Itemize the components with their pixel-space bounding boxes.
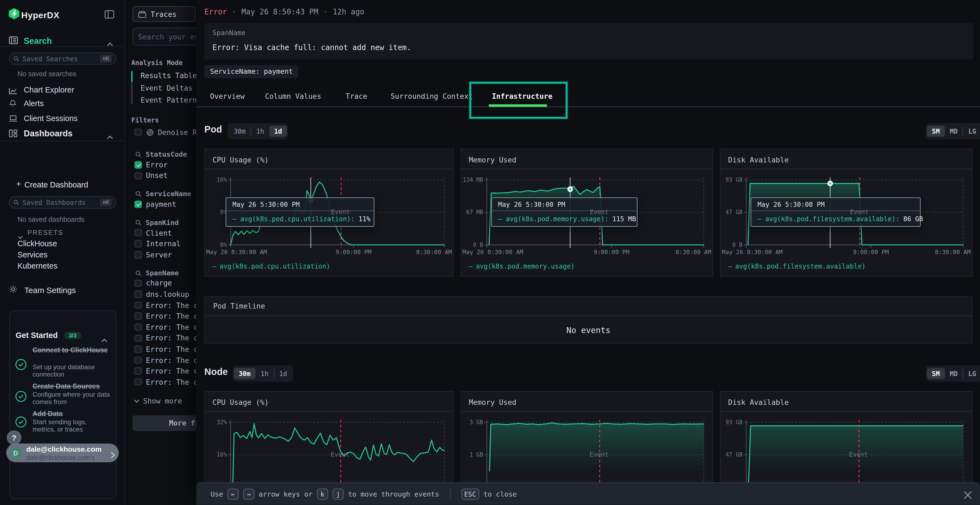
- chevron-up-icon[interactable]: [107, 130, 113, 142]
- tab-trace[interactable]: Trace: [346, 92, 367, 100]
- search-icon: [135, 219, 142, 226]
- esc-key[interactable]: ESC: [461, 488, 479, 500]
- pod-section-title: Pod: [204, 124, 222, 134]
- checkbox-checked[interactable]: [134, 201, 142, 208]
- pod-range-1d[interactable]: 1d: [269, 125, 287, 137]
- separator: ·: [232, 8, 237, 16]
- checkbox[interactable]: [134, 346, 142, 353]
- k-key[interactable]: k: [317, 488, 328, 500]
- analysis-mode-results-table[interactable]: Results Table: [141, 71, 197, 80]
- checkbox[interactable]: [134, 335, 142, 342]
- checkbox[interactable]: [134, 251, 142, 258]
- sidebar-item-client-sessions[interactable]: Client Sessions: [24, 114, 78, 123]
- filter-option-label: Internal: [146, 240, 180, 248]
- node-range-1d[interactable]: 1d: [274, 368, 292, 379]
- checkbox[interactable]: [134, 229, 142, 236]
- chart-legend: —avg(k8s.pod.memory.usage): [469, 262, 575, 270]
- sidebar: HyperDX Search Saved Searches ⌘K No save…: [0, 0, 125, 505]
- presets-section-label[interactable]: PRESETS: [27, 229, 64, 236]
- pod-size-sm[interactable]: SM: [927, 125, 945, 137]
- collapse-sidebar-icon[interactable]: [104, 10, 115, 21]
- pod-range-30m[interactable]: 30m: [229, 125, 250, 137]
- checkbox[interactable]: [134, 313, 142, 320]
- analysis-mode-event-deltas[interactable]: Event Deltas: [141, 84, 193, 92]
- j-key[interactable]: j: [332, 488, 344, 500]
- user-account-chip[interactable]: D dale@clickhouse.com dale@clickhouse.co…: [6, 443, 119, 462]
- filter-option-label: Error: [146, 160, 167, 169]
- chart-title: Disk Available: [728, 398, 789, 407]
- close-icon[interactable]: [964, 490, 972, 502]
- divider: [450, 488, 450, 500]
- client-sessions-icon: [9, 114, 18, 125]
- checkbox[interactable]: [134, 291, 142, 298]
- node-size-sm[interactable]: SM: [927, 368, 945, 379]
- checkbox[interactable]: [134, 302, 142, 308]
- denoise-checkbox[interactable]: [134, 129, 142, 135]
- get-started-step-desc: Start sending logs, metrics, or traces: [32, 418, 111, 433]
- tab-overview[interactable]: Overview: [210, 92, 245, 100]
- node-range-1h[interactable]: 1h: [256, 368, 274, 379]
- svg-text:32%: 32%: [217, 419, 227, 426]
- event-timestamp: May 26 8:50:43 PM: [242, 8, 318, 16]
- chart-legend: —avg(k8s.pod.cpu.utilization): [213, 262, 330, 270]
- sidebar-item-team-settings[interactable]: Team Settings: [24, 286, 76, 295]
- get-started-card: Get Started 3/3 Connect to ClickHouse Se…: [9, 310, 116, 499]
- node-size-lg[interactable]: LG: [963, 368, 980, 379]
- check-circle-icon: [15, 416, 27, 430]
- pod-timeline-title: Pod Timeline: [213, 302, 265, 310]
- svg-text:47 GB: 47 GB: [725, 209, 742, 216]
- checkbox[interactable]: [134, 324, 142, 330]
- node-section-title: Node: [204, 366, 228, 376]
- span-name-card: SpanName Error: Visa cache full: cannot …: [204, 23, 973, 59]
- service-name-tag[interactable]: ServiceName: payment: [204, 65, 298, 78]
- node-range-30m[interactable]: 30m: [234, 368, 256, 379]
- pod-size-lg[interactable]: LG: [963, 125, 980, 137]
- tooltip-time: May 26 5:30:00 PM: [226, 198, 374, 211]
- svg-text:1 GB: 1 GB: [469, 451, 483, 458]
- chevron-up-icon[interactable]: [107, 38, 113, 49]
- check-circle-icon: [15, 359, 27, 373]
- sidebar-item-chart-explorer[interactable]: Chart Explorer: [24, 86, 74, 94]
- source-select-value: Traces: [151, 10, 177, 19]
- event-header: Error · May 26 8:50:43 PM · 12h ago: [204, 8, 364, 16]
- analysis-mode-event-patterns[interactable]: Event Patterns: [141, 95, 202, 104]
- sidebar-item-search[interactable]: Search: [24, 36, 52, 45]
- help-button[interactable]: ?: [7, 430, 21, 445]
- checkbox[interactable]: [134, 378, 142, 386]
- pod-size-md[interactable]: MD: [945, 125, 963, 137]
- saved-searches-input[interactable]: Saved Searches ⌘K: [9, 52, 116, 65]
- node-size-md[interactable]: MD: [945, 368, 963, 379]
- arrow-left-key[interactable]: ←: [227, 488, 239, 500]
- preset-kubernetes[interactable]: Kubernetes: [18, 262, 57, 270]
- checkbox-checked[interactable]: [134, 161, 142, 168]
- tab-column-values[interactable]: Column Values: [265, 92, 321, 100]
- checkbox[interactable]: [134, 280, 142, 287]
- node-chart-size-control: SM MD LG: [926, 365, 980, 382]
- preset-clickhouse[interactable]: ClickHouse: [18, 239, 57, 248]
- traces-source-icon: [138, 10, 146, 18]
- tab-surrounding-context[interactable]: Surrounding Context: [391, 92, 473, 100]
- saved-dashboards-input[interactable]: Saved Dashboards ⌘K: [9, 196, 116, 209]
- get-started-step-title: Connect to ClickHouse: [32, 346, 113, 354]
- preset-services[interactable]: Services: [18, 251, 48, 259]
- get-started-step-desc: Configure where your data comes from: [32, 391, 111, 406]
- chart-title: CPU Usage (%): [213, 398, 269, 407]
- create-dashboard-button[interactable]: Create Dashboard: [24, 181, 89, 189]
- checkbox[interactable]: [134, 172, 142, 179]
- checkbox[interactable]: [134, 356, 142, 364]
- event-relative-time: 12h ago: [332, 8, 364, 16]
- tooltip-time: May 26 5:30:00 PM: [492, 198, 637, 211]
- tooltip-value: 11%: [358, 215, 371, 222]
- saved-searches-placeholder: Saved Searches: [22, 55, 97, 63]
- shortcut-badge: ⌘K: [100, 199, 112, 206]
- chevron-up-icon[interactable]: [101, 333, 108, 345]
- footer-move-text: to move through events: [348, 490, 439, 498]
- sidebar-item-dashboards[interactable]: Dashboards: [24, 129, 72, 138]
- checkbox[interactable]: [134, 240, 142, 247]
- arrow-right-key[interactable]: →: [243, 488, 254, 500]
- pod-range-1h[interactable]: 1h: [251, 125, 269, 137]
- sidebar-item-alerts[interactable]: Alerts: [24, 99, 43, 108]
- source-select[interactable]: Traces: [132, 6, 196, 22]
- filter-option-label: Error: The cr: [146, 334, 202, 343]
- checkbox[interactable]: [134, 368, 142, 375]
